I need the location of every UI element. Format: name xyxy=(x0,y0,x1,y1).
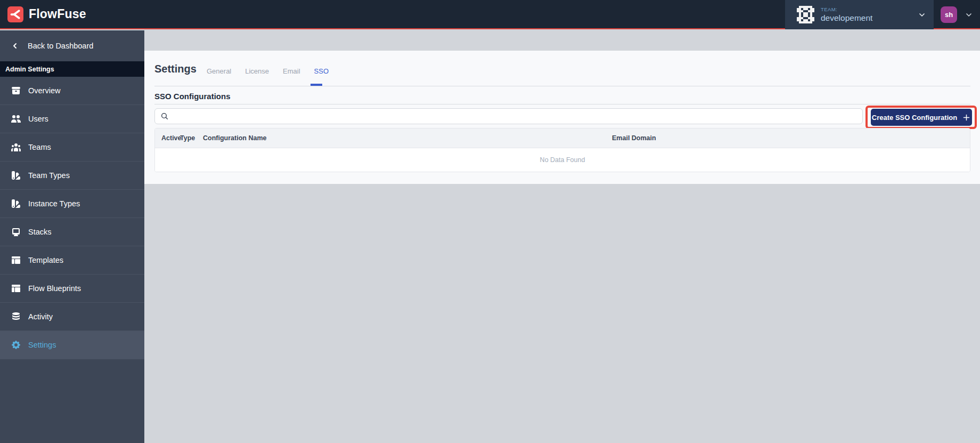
sidebar-item-label: Teams xyxy=(28,143,51,151)
column-header-email-domain: Email Domain xyxy=(612,134,970,142)
empty-state-row: No Data Found xyxy=(155,148,970,172)
table-header-row: Active Type Configuration Name Email Dom… xyxy=(155,128,970,148)
divider xyxy=(154,104,970,104)
user-group-icon xyxy=(11,142,21,152)
chevron-left-icon xyxy=(11,42,19,50)
sidebar-item-stacks[interactable]: Stacks xyxy=(0,218,144,246)
sidebar-item-teams[interactable]: Teams xyxy=(0,133,144,162)
create-sso-configuration-button[interactable]: Create SSO Configuration xyxy=(871,109,972,126)
sso-configurations-table: Active Type Configuration Name Email Dom… xyxy=(154,128,970,172)
team-avatar xyxy=(797,6,814,23)
flowfuse-logo-icon xyxy=(7,6,23,22)
team-name: developement xyxy=(821,13,918,23)
back-to-dashboard-label: Back to Dashboard xyxy=(28,42,93,50)
annotation-highlight: Create SSO Configuration xyxy=(865,106,977,129)
column-header-configuration-name: Configuration Name xyxy=(203,134,612,142)
sidebar-section-title: Admin Settings xyxy=(0,61,144,77)
brand-logo[interactable]: FlowFuse xyxy=(0,6,86,22)
create-sso-configuration-label: Create SSO Configuration xyxy=(872,114,957,122)
template-icon xyxy=(11,283,21,294)
sidebar-item-activity[interactable]: Activity xyxy=(0,303,144,331)
template-icon xyxy=(11,255,21,265)
tab-email[interactable]: Email xyxy=(283,67,300,75)
sidebar-item-label: Flow Blueprints xyxy=(28,284,81,293)
cog-icon xyxy=(11,340,21,350)
color-swatch-icon xyxy=(11,198,21,209)
database-icon xyxy=(11,311,21,322)
admin-sidebar: Back to Dashboard Admin Settings Overvie… xyxy=(0,30,144,443)
tab-general[interactable]: General xyxy=(207,67,231,75)
main-content: Settings General License Email SSO SSO C… xyxy=(144,30,980,443)
settings-tabs: General License Email SSO xyxy=(207,67,329,75)
desktop-icon xyxy=(11,227,21,237)
archive-icon xyxy=(11,85,21,96)
sidebar-item-overview[interactable]: Overview xyxy=(0,77,144,105)
sidebar-item-templates[interactable]: Templates xyxy=(0,246,144,275)
brand-name: FlowFuse xyxy=(29,7,86,21)
sidebar-item-flow-blueprints[interactable]: Flow Blueprints xyxy=(0,275,144,303)
divider xyxy=(154,86,970,86)
chevron-down-icon[interactable] xyxy=(918,11,926,19)
sidebar-item-label: Templates xyxy=(28,256,63,264)
tab-sso[interactable]: SSO xyxy=(314,67,329,75)
column-header-active: Active xyxy=(161,134,180,142)
user-avatar[interactable]: sh xyxy=(941,6,957,23)
sidebar-item-instance-types[interactable]: Instance Types xyxy=(0,190,144,218)
page-title: Settings xyxy=(154,63,197,75)
user-menu-chevron-down-icon[interactable] xyxy=(965,11,973,19)
sidebar-item-label: Activity xyxy=(28,312,53,321)
sidebar-item-label: Team Types xyxy=(28,171,70,180)
sidebar-item-team-types[interactable]: Team Types xyxy=(0,162,144,190)
back-to-dashboard[interactable]: Back to Dashboard xyxy=(0,30,144,61)
column-header-type: Type xyxy=(180,134,203,142)
plus-icon xyxy=(962,114,970,122)
sidebar-item-label: Instance Types xyxy=(28,199,80,208)
settings-panel: Settings General License Email SSO SSO C… xyxy=(144,51,980,184)
sidebar-item-label: Settings xyxy=(28,341,56,349)
section-title: SSO Configurations xyxy=(154,92,231,101)
sidebar-item-label: Stacks xyxy=(28,228,52,236)
color-swatch-icon xyxy=(11,170,21,181)
team-selector[interactable]: TEAM: developement xyxy=(785,0,934,29)
search-input[interactable] xyxy=(154,108,863,124)
sidebar-item-users[interactable]: Users xyxy=(0,105,144,133)
users-icon xyxy=(11,114,21,124)
sidebar-item-label: Overview xyxy=(28,86,60,95)
tab-license[interactable]: License xyxy=(245,67,269,75)
sidebar-item-settings[interactable]: Settings xyxy=(0,331,144,359)
sidebar-item-label: Users xyxy=(28,115,48,123)
app-header: FlowFuse xyxy=(0,0,980,29)
team-label: TEAM: xyxy=(821,6,918,12)
